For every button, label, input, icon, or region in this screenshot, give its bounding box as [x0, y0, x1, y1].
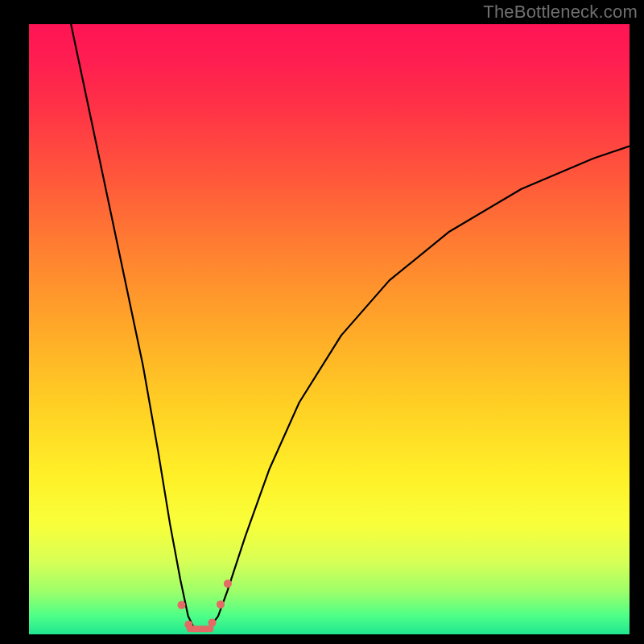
watermark-text: TheBottleneck.com: [483, 2, 638, 23]
marker-dot: [224, 580, 232, 588]
marker-dot: [217, 601, 225, 609]
marker-dot: [208, 619, 217, 627]
marker-dot: [184, 621, 192, 629]
chart-plot-area: [29, 24, 630, 634]
chart-frame: TheBottleneck.com: [0, 0, 644, 644]
chart-svg: [29, 24, 630, 634]
marker-dot: [178, 601, 186, 609]
bottleneck-curve: [71, 24, 630, 631]
